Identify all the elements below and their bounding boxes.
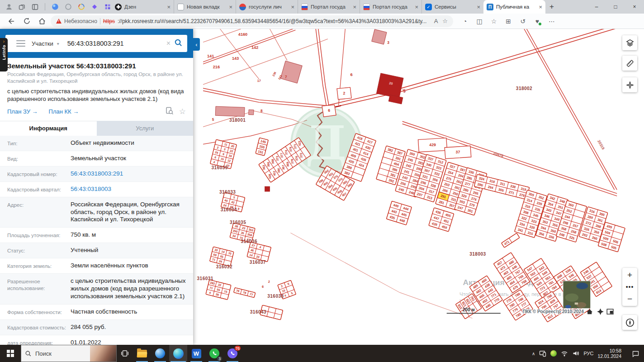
browser-tab[interactable]: Новая вкладк×: [174, 0, 236, 14]
browser-tab[interactable]: госуслуги лич×: [236, 0, 298, 14]
browser-left-icons: [0, 0, 112, 14]
search-box[interactable]: Участки ▾ 56:43:0318003:291 ×: [5, 35, 187, 52]
position-button[interactable]: [622, 77, 637, 92]
layers-button[interactable]: [622, 35, 637, 50]
svg-text:316035: 316035: [230, 220, 246, 225]
split-screen-icon[interactable]: ◫: [474, 16, 485, 27]
taskbar-app-edge[interactable]: [169, 345, 187, 362]
browser-tab[interactable]: Портал госуда×: [298, 0, 360, 14]
refresh-button[interactable]: [20, 15, 33, 28]
locate-button[interactable]: [622, 315, 637, 330]
gosuslugi-favicon: [239, 4, 246, 10]
close-button[interactable]: ×: [625, 0, 644, 14]
tab-close-icon[interactable]: ×: [477, 4, 480, 10]
search-daily-image[interactable]: [90, 345, 116, 362]
svg-text:376: 376: [295, 156, 298, 161]
search-category-dropdown[interactable]: Участки: [32, 40, 53, 47]
tab-label: Портал госуда: [373, 4, 412, 10]
tab-close-icon[interactable]: ×: [415, 4, 418, 10]
tab-label: Публичная ка: [496, 4, 536, 10]
workspaces-icon[interactable]: [18, 3, 26, 11]
task-view-icon: [120, 349, 129, 358]
device-cast-icon[interactable]: [539, 350, 546, 357]
minimap[interactable]: [563, 281, 590, 308]
info-row: Площадь уточненная:750 кв. м: [0, 228, 193, 243]
browser-tab[interactable]: Портал госуда×: [360, 0, 421, 14]
history-icon[interactable]: ↺: [517, 16, 528, 27]
favorite-star-icon[interactable]: ☆: [179, 108, 186, 115]
tab-close-icon[interactable]: ×: [167, 4, 170, 10]
measure-button[interactable]: [622, 56, 637, 71]
tab-services[interactable]: Услуги: [97, 121, 194, 136]
search-input[interactable]: 56:43:0318003:291: [67, 40, 163, 47]
add-favorite-icon[interactable]: ☆: [442, 18, 448, 24]
notification-center-icon[interactable]: [632, 350, 639, 357]
extension-ring-icon[interactable]: [64, 3, 72, 11]
svg-text:402: 402: [273, 171, 276, 176]
reading-mode-icon[interactable]: ◔: [459, 16, 470, 27]
window-controls: – □ ×: [587, 0, 644, 14]
profile-icon[interactable]: [5, 3, 13, 11]
tab-close-icon[interactable]: ×: [229, 4, 232, 10]
taskbar-app-word[interactable]: W: [187, 345, 205, 362]
home-button[interactable]: [35, 15, 49, 28]
svg-text:371: 371: [294, 144, 297, 149]
svg-text:37: 37: [456, 150, 460, 154]
panel-tabs: ИнформацияУслуги: [0, 121, 193, 136]
collections-icon[interactable]: ⊞: [503, 16, 514, 27]
extension-diamond-icon[interactable]: [90, 3, 99, 11]
search-icon[interactable]: [174, 38, 183, 49]
antivirus-tray-icon[interactable]: [550, 350, 557, 357]
hidden-icons-chevron[interactable]: ∧: [532, 351, 535, 356]
screen: Дзен×Новая вкладк×госуслуги лич×Портал г…: [0, 0, 644, 362]
read-aloud-icon[interactable]: A: [434, 18, 438, 24]
zoom-out-button[interactable]: −: [622, 292, 637, 306]
browser-tab[interactable]: Публичная ка×: [483, 0, 545, 14]
tab-close-icon[interactable]: ×: [353, 4, 356, 10]
plan-kk-link[interactable]: План КК →: [49, 108, 79, 115]
taskbar-app-photos[interactable]: [151, 345, 169, 362]
browser-essentials-icon[interactable]: ♥: [532, 16, 543, 27]
start-button[interactable]: [0, 345, 21, 362]
zoom-options-button[interactable]: •••: [626, 282, 634, 292]
taskbar-search-box[interactable]: Поиск: [21, 345, 117, 362]
address-bar[interactable]: Небезопасно https ://pkk.rosreestr.ru/#/…: [51, 15, 453, 27]
taskbar-app-whatsapp[interactable]: 3: [205, 345, 223, 362]
extension-grid-icon[interactable]: [103, 3, 112, 11]
collapse-panel-button[interactable]: ‹: [193, 38, 200, 51]
url-text[interactable]: ://pkk.rosreestr.ru/#/search/51.22326707…: [118, 18, 430, 24]
vertical-tabs-icon[interactable]: [31, 3, 39, 11]
clear-search-icon[interactable]: ×: [166, 39, 170, 48]
browser-tab[interactable]: Сервисы×: [421, 0, 483, 14]
letinfo-badge[interactable]: › LetInfo: [0, 38, 8, 71]
task-view-button[interactable]: [117, 345, 133, 362]
tab-close-icon[interactable]: ×: [539, 4, 542, 10]
clock[interactable]: 10:58 12.01.2024: [597, 348, 621, 359]
browser-tab[interactable]: Дзен×: [112, 0, 174, 14]
minimize-button[interactable]: –: [587, 0, 606, 14]
language-indicator[interactable]: РУС: [583, 351, 593, 356]
plan-zu-link[interactable]: План ЗУ →: [7, 108, 38, 115]
copilot-icon[interactable]: [51, 3, 59, 11]
cadastral-link[interactable]: 56:43:0318003: [71, 186, 186, 193]
favorites-icon[interactable]: ☆: [488, 16, 499, 27]
taskbar-app-viber[interactable]: 76: [223, 345, 242, 362]
new-tab-button[interactable]: +: [545, 0, 558, 13]
tab-close-icon[interactable]: ×: [291, 4, 294, 10]
zoom-in-button[interactable]: +: [622, 268, 637, 282]
info-label: Тип:: [7, 139, 71, 147]
maximize-button[interactable]: □: [606, 0, 625, 14]
wifi-icon[interactable]: [561, 350, 568, 357]
extension-arc-icon[interactable]: [77, 3, 85, 11]
tab-information[interactable]: Информация: [0, 121, 97, 136]
cadastral-link[interactable]: 56:43:0318003:291: [71, 170, 186, 178]
preview-icon[interactable]: [166, 107, 174, 117]
back-button[interactable]: [5, 15, 18, 28]
settings-more-icon[interactable]: ⋯: [546, 16, 557, 27]
info-label: Разрешенное использование:: [7, 277, 71, 300]
parcel-description: с целью строительства индивидуальных жил…: [0, 85, 193, 103]
taskbar-app-explorer[interactable]: [133, 345, 151, 362]
security-warning-icon[interactable]: [56, 19, 62, 24]
menu-icon[interactable]: [16, 40, 25, 47]
volume-icon[interactable]: [572, 350, 579, 357]
